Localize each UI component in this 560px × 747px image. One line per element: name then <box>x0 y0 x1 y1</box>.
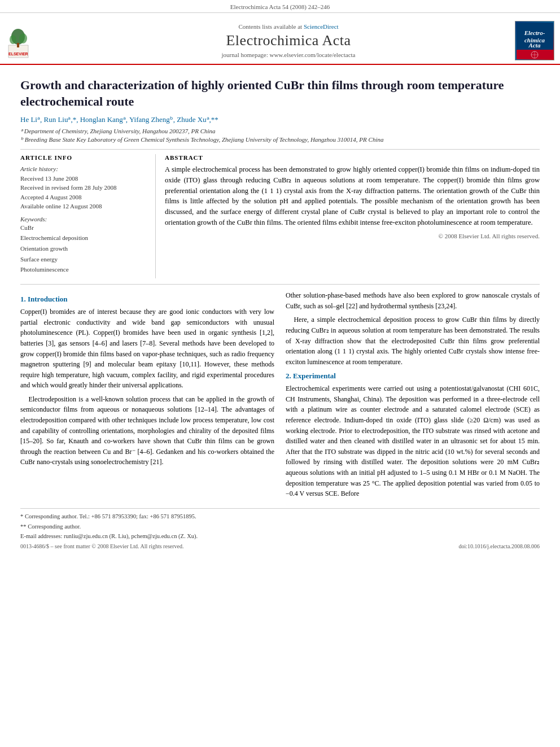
sciencedirect-link: Contents lists available at ScienceDirec… <box>238 23 338 30</box>
body-col-right: Other solution-phase-based methods have … <box>286 290 540 503</box>
body-section: 1. Introduction Copper(I) bromides are o… <box>20 290 540 503</box>
body-col-left: 1. Introduction Copper(I) bromides are o… <box>20 290 274 503</box>
journal-title: Electrochimica Acta <box>226 32 351 49</box>
keyword-5: Photoluminescence <box>20 264 146 275</box>
intro-heading: 1. Introduction <box>20 295 274 304</box>
affiliations: ᵃ Department of Chemistry, Zhejiang Univ… <box>20 128 540 143</box>
footer-bottom: 0013-4686/$ – see front matter © 2008 El… <box>20 543 540 549</box>
article-info-panel: ARTICLE INFO Article history: Received 1… <box>20 154 156 278</box>
svg-point-4 <box>19 33 27 43</box>
keywords-list: CuBr Electrochemical deposition Orientat… <box>20 222 146 275</box>
available-online-date: Available online 12 August 2008 <box>20 202 146 211</box>
footer-area: * Corresponding author. Tel.: +86 571 87… <box>20 508 540 549</box>
experimental-para-1: Electrochemical experiments were carried… <box>286 383 540 499</box>
elsevier-logo: ELSEVIER <box>7 23 61 59</box>
experimental-text: Electrochemical experiments were carried… <box>286 383 540 499</box>
intro-right-para-1: Other solution-phase-based methods have … <box>286 290 540 311</box>
intro-right-text: Other solution-phase-based methods have … <box>286 290 540 367</box>
svg-rect-2 <box>17 43 19 47</box>
header-right: Electro- chimica Acta <box>509 18 560 64</box>
footnote-star: * Corresponding author. Tel.: +86 571 87… <box>20 512 540 521</box>
revised-date: Received in revised form 28 July 2008 <box>20 183 146 193</box>
info-section: ARTICLE INFO Article history: Received 1… <box>20 154 540 278</box>
footer-issn: 0013-4686/$ – see front matter © 2008 El… <box>20 543 183 549</box>
sciencedirect-text: ScienceDirect <box>304 23 339 30</box>
accepted-date: Accepted 4 August 2008 <box>20 193 146 202</box>
article-info-heading: ARTICLE INFO <box>20 154 146 161</box>
affiliation-b: ᵇ Breeding Base State Key Laboratory of … <box>20 136 540 143</box>
keyword-3: Orientation growth <box>20 243 146 254</box>
footer-doi: doi:10.1016/j.electacta.2008.08.006 <box>458 543 540 549</box>
svg-text:Acta: Acta <box>528 42 540 49</box>
abstract-heading: ABSTRACT <box>165 154 540 161</box>
experimental-heading: 2. Experimental <box>286 372 540 381</box>
abstract-section: ABSTRACT A simple electrochemical proces… <box>165 154 540 278</box>
main-content: Growth and characterization of highly or… <box>0 65 560 557</box>
article-title: Growth and characterization of highly or… <box>20 77 540 110</box>
journal-homepage: journal homepage: www.elsevier.com/locat… <box>222 51 356 58</box>
footnote-email: E-mail addresses: runliu@zju.edu.cn (R. … <box>20 532 540 541</box>
intro-text: Copper(I) bromides are of interest becau… <box>20 307 274 468</box>
journal-logo-box: Electro- chimica Acta <box>515 21 554 60</box>
keywords-label: Keywords: <box>20 216 146 222</box>
divider-2 <box>20 284 540 285</box>
received-date: Received 13 June 2008 <box>20 174 146 184</box>
footnote-starstar: ** Corresponding author. <box>20 522 540 531</box>
intro-para-1: Copper(I) bromides are of interest becau… <box>20 307 274 391</box>
keywords-block: Keywords: CuBr Electrochemical depositio… <box>20 216 146 275</box>
svg-text:ELSEVIER: ELSEVIER <box>8 52 28 56</box>
keyword-2: Electrochemical deposition <box>20 233 146 243</box>
svg-point-3 <box>10 35 16 44</box>
article-history: Article history: Received 13 June 2008 R… <box>20 164 146 211</box>
copyright: © 2008 Elsevier Ltd. All rights reserved… <box>165 233 540 239</box>
divider-1 <box>20 149 540 150</box>
intro-para-2: Electrodeposition is a well-known soluti… <box>20 394 274 468</box>
svg-text:Electro-: Electro- <box>523 29 545 36</box>
intro-right-para-2: Here, a simple electrochemical depositio… <box>286 314 540 367</box>
abstract-text: A simple electrochemical process has bee… <box>165 164 540 228</box>
header-area: ELSEVIER Contents lists available at Sci… <box>0 13 560 65</box>
history-label: Article history: <box>20 164 146 174</box>
svg-rect-7 <box>517 50 553 59</box>
authors: He Liᵃ, Run Liuᵃ,*, Honglan Kangᵃ, Yifan… <box>20 115 540 124</box>
top-bar: Electrochimica Acta 54 (2008) 242–246 <box>0 0 560 13</box>
keyword-4: Surface energy <box>20 254 146 265</box>
keyword-1: CuBr <box>20 222 146 233</box>
journal-citation: Electrochimica Acta 54 (2008) 242–246 <box>230 3 330 10</box>
header-left: ELSEVIER <box>0 18 68 64</box>
affiliation-a: ᵃ Department of Chemistry, Zhejiang Univ… <box>20 128 540 135</box>
header-center: Contents lists available at ScienceDirec… <box>68 18 509 64</box>
